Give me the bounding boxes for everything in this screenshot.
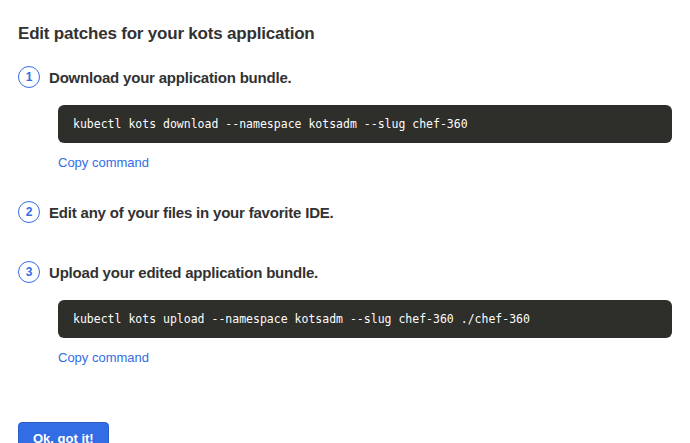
- step-3-number-badge: 3: [18, 261, 40, 283]
- step-edit-header: 2 Edit any of your files in your favorit…: [18, 201, 672, 223]
- step-upload-body: kubectl kots upload --namespace kotsadm …: [58, 300, 672, 366]
- step-edit: 2 Edit any of your files in your favorit…: [18, 201, 672, 223]
- step-download-header: 1 Download your application bundle.: [18, 66, 672, 88]
- step-upload-header: 3 Upload your edited application bundle.: [18, 261, 672, 283]
- step-download-body: kubectl kots download --namespace kotsad…: [58, 105, 672, 171]
- ok-got-it-button[interactable]: Ok, got it!: [18, 422, 109, 443]
- edit-patches-panel: Edit patches for your kots application 1…: [0, 0, 690, 443]
- download-command-snippet: kubectl kots download --namespace kotsad…: [58, 105, 672, 143]
- step-2-title: Edit any of your files in your favorite …: [49, 204, 334, 221]
- upload-copy-command-link[interactable]: Copy command: [58, 350, 149, 365]
- upload-command-snippet: kubectl kots upload --namespace kotsadm …: [58, 300, 672, 338]
- page-title: Edit patches for your kots application: [18, 24, 672, 44]
- step-3-title: Upload your edited application bundle.: [49, 264, 318, 281]
- upload-command-text: kubectl kots upload --namespace kotsadm …: [73, 312, 530, 326]
- download-command-text: kubectl kots download --namespace kotsad…: [73, 117, 468, 131]
- step-1-title: Download your application bundle.: [49, 69, 292, 86]
- download-copy-command-link[interactable]: Copy command: [58, 155, 149, 170]
- step-1-number-badge: 1: [18, 66, 40, 88]
- step-2-number-badge: 2: [18, 201, 40, 223]
- step-download: 1 Download your application bundle. kube…: [18, 66, 672, 171]
- step-upload: 3 Upload your edited application bundle.…: [18, 261, 672, 366]
